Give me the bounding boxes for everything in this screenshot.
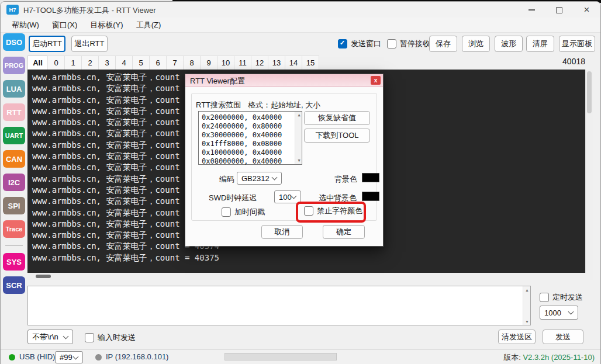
menu-item[interactable]: 工具(Z) [130,18,168,33]
ip-status-label: IP (192.168.0.101) [106,352,168,361]
show-panel-button[interactable]: 显示面板 [559,36,595,52]
sidebar-item-lua[interactable]: LUA [3,80,25,98]
range-list-item[interactable]: 0x1fff8000, 0x08000 [202,140,302,148]
sidebar-item-spi[interactable]: SPI [3,197,25,214]
ok-button[interactable]: 确定 [323,225,365,239]
sidebar-item-rtt[interactable]: RTT [3,103,25,121]
timed-send-checkbox[interactable]: 定时发送 [540,292,583,303]
clear-screen-button[interactable]: 清屏 [526,36,554,52]
tab-all[interactable]: All [27,56,48,70]
swd-delay-value: 100 [279,193,292,202]
screen: H7 H7-TOOL多功能开发工具 - RTT Viewer × 帮助(W)窗口… [0,0,601,364]
exit-rtt-button[interactable]: 退出RTT [71,36,108,52]
tab-1[interactable]: 1 [64,56,82,70]
title-bar[interactable]: H7 H7-TOOL多功能开发工具 - RTT Viewer × [1,2,600,18]
send-window-checkbox-box[interactable] [338,39,347,48]
selected-bg-color-swatch[interactable] [362,192,379,201]
tab-14[interactable]: 14 [285,56,302,70]
browse-button[interactable]: 浏览 [462,36,490,52]
version-text: 版本: V2.3.2h (2025-11-10) [503,352,595,363]
tab-8[interactable]: 8 [183,56,201,70]
add-timestamp-checkbox-box[interactable] [222,207,231,217]
sidebar-item-uart[interactable]: UART [3,127,25,144]
maximize-button[interactable] [546,2,572,18]
search-range-listbox[interactable]: ▲ ▼ 0x20000000, 0x400000x24000000, 0x800… [198,111,302,165]
app-icon: H7 [6,5,19,15]
version-label: 版本: [503,353,521,362]
menu-item[interactable]: 帮助(W) [5,18,46,33]
waveform-button[interactable]: 波形 [495,36,523,52]
cancel-button[interactable]: 取消 [261,225,303,239]
terminal-horizontal-scroll-thumb[interactable] [36,275,51,278]
range-list-item[interactable]: 0x20000000, 0x40000 [202,113,302,122]
sidebar-item-can[interactable]: CAN [3,150,25,168]
minimize-button[interactable] [519,2,545,18]
tab-9[interactable]: 9 [200,56,217,70]
terminal-vertical-scroll-thumb[interactable] [587,71,592,113]
menu-bar: 帮助(W)窗口(X)目标板(Y)工具(Z) [1,18,600,33]
sidebar-item-scr[interactable]: SCR [3,276,25,294]
send-box-scrollbar[interactable]: ▲ ▼ [523,286,530,325]
usb-status-icon [9,354,15,360]
restore-defaults-button[interactable]: 恢复缺省值 [304,111,370,125]
scroll-up-icon[interactable]: ▲ [295,112,303,119]
timed-send-checkbox-box[interactable] [540,293,549,302]
pause-receive-label: 暂停接收 [400,39,430,49]
sidebar-item-prog[interactable]: PROG [3,57,25,74]
tab-3[interactable]: 3 [98,56,116,70]
device-index-select[interactable]: #99 [55,351,83,363]
terminal-horizontal-scrollbar[interactable] [27,273,593,280]
tab-0[interactable]: 0 [47,56,65,70]
send-on-input-checkbox[interactable]: 输入时发送 [85,332,136,343]
tab-11[interactable]: 11 [234,56,251,70]
clear-send-area-button[interactable]: 清发送区 [498,330,536,344]
terminal-vertical-scrollbar[interactable] [585,70,593,273]
tab-7[interactable]: 7 [166,56,184,70]
sidebar-item-sys[interactable]: SYS [3,253,25,271]
menu-item[interactable]: 窗口(X) [46,18,84,33]
send-button[interactable]: 发送 [543,330,583,344]
send-window-checkbox[interactable]: 发送窗口 [338,39,381,49]
range-list-item[interactable]: 0x08000000, 0x40000 [202,157,302,166]
pause-receive-checkbox[interactable]: 暂停接收 [387,39,430,49]
send-on-input-checkbox-box[interactable] [85,333,94,342]
range-list-item[interactable]: 0x24000000, 0x80000 [202,122,302,131]
scroll-down-icon[interactable]: ▼ [295,157,303,164]
send-text-input[interactable]: ▲ ▼ [27,286,531,325]
swd-delay-select[interactable]: 100 [274,190,301,203]
pause-receive-checkbox-box[interactable] [387,39,396,48]
sidebar-item-i2c[interactable]: I2C [3,174,25,191]
dialog-close-button[interactable]: x [371,76,381,85]
download-to-tool-button[interactable]: 下载到TOOL [304,129,370,143]
line-ending-select[interactable]: 不带\r\n [27,330,73,344]
bg-color-swatch[interactable] [362,173,379,182]
save-button[interactable]: 保存 [429,36,457,52]
maximize-icon [556,7,562,13]
dialog-title-bar[interactable]: RTT Viewer配置 x [185,74,383,87]
highlight-rectangle [296,202,366,223]
tab-15[interactable]: 15 [302,56,319,70]
tab-2[interactable]: 2 [81,56,99,70]
swd-delay-label: SWD时钟延迟 [209,193,257,203]
start-rtt-button[interactable]: 启动RTT [29,36,65,52]
close-button[interactable]: × [574,2,600,18]
range-list-item[interactable]: 0x10000000, 0x40000 [202,148,302,157]
range-list-item[interactable]: 0x30000000, 0x40000 [202,131,302,140]
menu-item[interactable]: 目标板(Y) [84,18,129,33]
scroll-up-icon[interactable]: ▲ [523,286,531,293]
sidebar-item-trace[interactable]: Trace [3,220,25,238]
scroll-down-icon[interactable]: ▼ [523,318,531,325]
tab-6[interactable]: 6 [149,56,167,70]
tab-5[interactable]: 5 [132,56,150,70]
send-interval-select[interactable]: 1000 [540,306,578,320]
tab-13[interactable]: 13 [268,56,285,70]
tab-4[interactable]: 4 [115,56,133,70]
tab-10[interactable]: 10 [217,56,234,70]
tab-12[interactable]: 12 [251,56,268,70]
sidebar-item-dso[interactable]: DSO [3,33,25,51]
add-timestamp-label: 加时间戳 [234,207,265,217]
add-timestamp-checkbox[interactable]: 加时间戳 [222,207,265,217]
listbox-scrollbar[interactable]: ▲ ▼ [295,112,302,164]
chevron-down-icon [272,175,278,181]
encoding-select[interactable]: GB2312 [237,172,282,185]
